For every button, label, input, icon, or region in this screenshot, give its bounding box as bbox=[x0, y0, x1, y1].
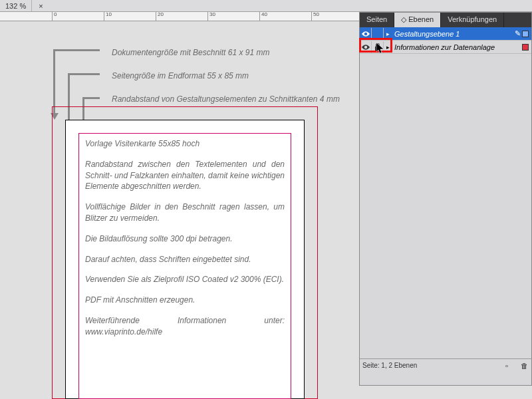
callout-trim: Seitengröße im Endformat 55 x 85 mm bbox=[112, 71, 249, 80]
layer-row[interactable]: ▸ Gestaltungsebene 1 ✎ bbox=[360, 27, 531, 41]
tab-links[interactable]: Verknüpfungen bbox=[441, 13, 504, 27]
lock-toggle[interactable] bbox=[372, 28, 384, 40]
layer-color-swatch bbox=[522, 31, 529, 37]
layers-list: ▸ Gestaltungsebene 1 ✎ ▸ Informationen z… bbox=[360, 27, 531, 358]
delete-layer-icon[interactable]: 🗑 bbox=[519, 361, 529, 370]
document-stage[interactable]: Dokumentengröße mit Beschnitt 61 x 91 mm… bbox=[0, 21, 359, 399]
ruler-tick: 10 bbox=[104, 12, 104, 21]
template-text: Vorlage Visitenkarte 55x85 hoch Randabst… bbox=[85, 138, 285, 347]
template-paragraph: Die Bildauflösung sollte 300 dpi betrage… bbox=[85, 233, 285, 245]
pen-icon: ✎ bbox=[513, 29, 522, 38]
disclosure-triangle-icon[interactable]: ▸ bbox=[384, 44, 392, 51]
lock-icon bbox=[374, 43, 381, 51]
visibility-toggle[interactable] bbox=[360, 28, 372, 40]
ruler-tick: 40 bbox=[259, 12, 260, 21]
template-paragraph: Randabstand zwischen den Textelemen­ten … bbox=[85, 159, 285, 192]
layer-name: Gestaltungsebene 1 bbox=[392, 30, 513, 38]
ruler-tick: 20 bbox=[156, 12, 156, 21]
workspace: 0 10 20 30 40 50 Dokumentengröße mit Bes… bbox=[0, 12, 359, 399]
template-paragraph: PDF mit Anschnitten erzeugen. bbox=[85, 295, 285, 306]
layer-name: Informationen zur Datenanlage bbox=[392, 43, 522, 51]
layer-row[interactable]: ▸ Informationen zur Datenanlage bbox=[360, 41, 531, 54]
eye-icon bbox=[362, 31, 370, 37]
zoom-bar: 132 % × bbox=[0, 0, 532, 12]
layer-color-swatch bbox=[522, 44, 529, 51]
callout-margin: Randabstand von Gestaltungselementen zu … bbox=[112, 94, 340, 104]
tab-pages[interactable]: Seiten bbox=[360, 13, 394, 27]
panel-tabs: Seiten ◇ Ebenen Verknüpfungen bbox=[360, 13, 531, 27]
layer-count-status: Seite: 1, 2 Ebenen bbox=[362, 362, 417, 369]
callout-bleed: Dokumentengröße mit Beschnitt 61 x 91 mm bbox=[112, 48, 269, 57]
template-paragraph: Weiterführende Informationen unter: www.… bbox=[85, 315, 285, 338]
ruler-tick: 0 bbox=[52, 12, 53, 21]
new-layer-icon[interactable]: ▫ bbox=[502, 361, 511, 370]
ruler-horizontal: 0 10 20 30 40 50 bbox=[0, 12, 359, 21]
tab-close-icon[interactable]: × bbox=[32, 2, 49, 10]
ruler-tick: 30 bbox=[207, 12, 208, 21]
lock-toggle[interactable] bbox=[372, 41, 384, 53]
layers-panel: Seiten ◇ Ebenen Verknüpfungen ▸ Gestaltu… bbox=[359, 12, 532, 386]
zoom-level[interactable]: 132 % bbox=[0, 0, 32, 11]
ruler-tick: 50 bbox=[311, 12, 312, 21]
tab-layers[interactable]: ◇ Ebenen bbox=[394, 13, 441, 27]
disclosure-triangle-icon[interactable]: ▸ bbox=[384, 31, 392, 37]
eye-icon bbox=[362, 44, 370, 51]
layers-symbol: ◇ bbox=[401, 15, 406, 23]
template-paragraph: Vollflächige Bilder in den Beschnitt rag… bbox=[85, 201, 285, 224]
template-title: Vorlage Visitenkarte 55x85 hoch bbox=[85, 138, 285, 150]
template-paragraph: Verwenden Sie als Zielprofil ISO Coated … bbox=[85, 274, 285, 285]
panel-footer: Seite: 1, 2 Ebenen ▫ 🗑 bbox=[360, 358, 531, 372]
template-paragraph: Darauf achten, dass Schriften eingebette… bbox=[85, 254, 285, 265]
visibility-toggle[interactable] bbox=[360, 41, 372, 53]
